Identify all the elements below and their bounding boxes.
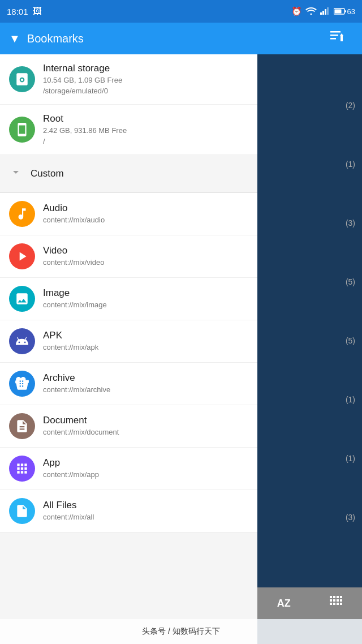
image-status-icon: 🖼 — [33, 6, 42, 16]
video-title: Video — [43, 244, 104, 257]
allfiles-path: content://mix/all — [43, 513, 94, 522]
custom-label: Custom — [31, 168, 64, 179]
list-item-audio[interactable]: Audio content://mix/audio — [0, 193, 257, 235]
video-text: Video content://mix/video — [43, 244, 104, 268]
list-item-internal-storage[interactable]: Internal storage 10.54 GB, 1.09 GB Free … — [0, 54, 257, 105]
svg-rect-3 — [325, 9, 326, 15]
battery-icon: 63 — [334, 7, 355, 16]
root-title: Root — [43, 113, 127, 125]
apk-text: APK content://mix/apk — [43, 329, 98, 353]
document-icon — [9, 413, 35, 439]
archive-icon — [9, 371, 35, 397]
list-item-document[interactable]: Document content://mix/document — [0, 405, 257, 448]
svg-rect-16 — [330, 599, 332, 602]
internal-storage-icon — [9, 66, 35, 92]
image-title: Image — [43, 287, 107, 299]
list-item-root[interactable]: Root 2.42 GB, 931.86 MB Free / — [0, 105, 257, 155]
apk-title: APK — [43, 329, 98, 342]
svg-rect-19 — [340, 599, 342, 602]
svg-rect-17 — [333, 599, 335, 602]
audio-text: Audio content://mix/audio — [43, 202, 105, 225]
image-text: Image content://mix/image — [43, 287, 107, 310]
count-badge-4: (5) — [346, 277, 355, 286]
az-label[interactable]: AZ — [277, 598, 291, 609]
svg-rect-22 — [337, 603, 339, 605]
document-path: content://mix/document — [43, 428, 119, 437]
apk-path: content://mix/apk — [43, 343, 98, 353]
allfiles-text: All Files content://mix/all — [43, 499, 94, 522]
svg-rect-4 — [327, 7, 329, 15]
list-item-image[interactable]: Image content://mix/image — [0, 278, 257, 320]
count-badge-2: (1) — [346, 160, 355, 169]
svg-rect-14 — [337, 596, 339, 598]
list-item-allfiles[interactable]: All Files content://mix/all — [0, 490, 257, 533]
svg-rect-23 — [340, 603, 342, 605]
app-icon — [9, 456, 35, 482]
count-badge-8: (3) — [346, 513, 355, 522]
count-badge-7: (1) — [346, 454, 355, 463]
apk-icon — [9, 328, 35, 354]
status-bar-right: ⏰ 63 — [291, 6, 355, 16]
app-title: App — [43, 457, 99, 469]
wifi-icon — [305, 7, 317, 16]
svg-rect-12 — [330, 596, 332, 598]
toolbar-title: Bookmarks — [27, 32, 330, 45]
signal-icon — [320, 7, 330, 16]
right-panel: ⋮ (2) (1) (3) (5) (5) (1) (1) (3) — [257, 0, 362, 644]
svg-rect-18 — [337, 599, 339, 602]
alarm-icon: ⏰ — [291, 6, 302, 16]
svg-rect-6 — [345, 10, 346, 12]
list-item-app[interactable]: App content://mix/app — [0, 448, 257, 490]
allfiles-title: All Files — [43, 499, 94, 512]
grid-icon[interactable] — [330, 596, 342, 611]
svg-rect-13 — [333, 596, 335, 598]
list-item-apk[interactable]: APK content://mix/apk — [0, 320, 257, 363]
count-badge-5: (5) — [346, 336, 355, 345]
toolbar-dropdown-arrow[interactable]: ▼ — [9, 32, 20, 45]
image-icon — [9, 286, 35, 312]
custom-chevron-icon — [9, 165, 23, 182]
count-badge-6: (1) — [346, 395, 355, 404]
archive-path: content://mix/archive — [43, 385, 110, 395]
status-bar-left: 18:01 🖼 — [7, 6, 42, 16]
svg-rect-10 — [330, 38, 336, 40]
svg-rect-9 — [330, 35, 338, 36]
root-text: Root 2.42 GB, 931.86 MB Free / — [43, 113, 127, 147]
app-path: content://mix/app — [43, 470, 99, 480]
video-icon — [9, 243, 35, 269]
watermark-text: 头条号 / 知数码行天下 — [142, 626, 220, 637]
main-panel: Internal storage 10.54 GB, 1.09 GB Free … — [0, 54, 257, 644]
svg-rect-21 — [333, 603, 335, 605]
custom-section-header[interactable]: Custom — [0, 155, 257, 193]
list-item-archive[interactable]: Archive content://mix/archive — [0, 363, 257, 405]
list-item-video[interactable]: Video content://mix/video — [0, 235, 257, 278]
svg-rect-7 — [334, 10, 341, 14]
audio-title: Audio — [43, 202, 105, 214]
app-text: App content://mix/app — [43, 457, 99, 480]
svg-rect-1 — [320, 12, 322, 15]
archive-title: Archive — [43, 372, 110, 384]
count-badge-1: (2) — [346, 101, 355, 110]
archive-text: Archive content://mix/archive — [43, 372, 110, 395]
watermark: 头条号 / 知数码行天下 — [0, 619, 362, 644]
internal-storage-text: Internal storage 10.54 GB, 1.09 GB Free … — [43, 62, 122, 96]
video-path: content://mix/video — [43, 258, 104, 268]
root-path: / — [43, 137, 127, 147]
internal-storage-title: Internal storage — [43, 62, 122, 75]
root-size: 2.42 GB, 931.86 MB Free — [43, 126, 127, 136]
svg-rect-2 — [322, 11, 324, 15]
status-bar: 18:01 🖼 ⏰ — [0, 0, 362, 23]
internal-storage-size: 10.54 GB, 1.09 GB Free — [43, 76, 122, 85]
allfiles-icon — [9, 498, 35, 524]
svg-rect-15 — [340, 596, 342, 598]
audio-icon — [9, 201, 35, 227]
sort-icon[interactable] — [330, 31, 344, 46]
svg-rect-8 — [330, 31, 341, 33]
internal-storage-path: /storage/emulated/0 — [43, 87, 122, 96]
svg-rect-20 — [330, 603, 332, 605]
document-text: Document content://mix/document — [43, 414, 119, 437]
counts-container: (2) (1) (3) (5) (5) (1) (1) (3) — [346, 101, 357, 522]
toolbar: ▼ Bookmarks — [0, 23, 362, 54]
image-path: content://mix/image — [43, 300, 107, 310]
az-area: AZ — [257, 587, 362, 619]
